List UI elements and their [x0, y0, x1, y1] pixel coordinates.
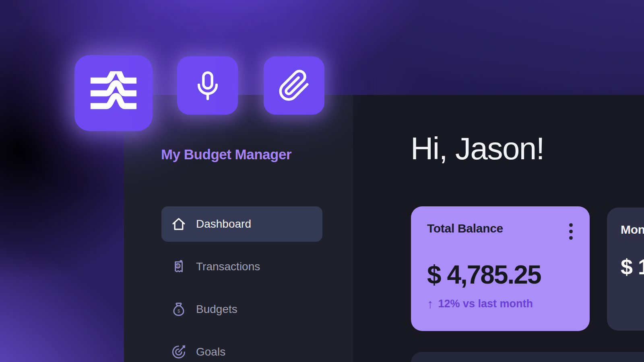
- sidebar-item-transactions[interactable]: $ Transactions: [161, 249, 322, 284]
- sidebar-item-dashboard[interactable]: Dashboard: [161, 206, 322, 242]
- balance-amount: $ 4,785.25: [427, 260, 574, 290]
- sidebar-nav: Dashboard $ Transactions: [161, 206, 322, 362]
- sidebar-item-label: Goals: [196, 346, 225, 358]
- microphone-icon: [192, 70, 224, 102]
- svg-text:$: $: [178, 309, 180, 313]
- home-icon: [171, 216, 186, 232]
- paperclip-icon: [278, 69, 311, 102]
- sidebar-item-label: Transactions: [196, 260, 260, 273]
- monthly-card-truncated[interactable]: Mon $ 1: [607, 208, 644, 331]
- screen: My Budget Manager Dashboard: [0, 0, 644, 362]
- balance-change: ↑ 12% vs last month: [427, 298, 574, 310]
- kebab-menu-icon[interactable]: [568, 222, 574, 241]
- change-text: 12% vs last month: [438, 298, 533, 310]
- sidebar-item-label: Dashboard: [196, 218, 251, 230]
- receipt-icon: $: [171, 259, 186, 274]
- card-title: Total Balance: [427, 222, 503, 235]
- app-title: My Budget Manager: [161, 146, 291, 162]
- sidebar: My Budget Manager Dashboard: [124, 95, 353, 362]
- main-content: Hi, Jason! Total Balance $ 4,785.25 ↑ 12…: [353, 95, 644, 362]
- waves-logo-icon: [88, 71, 139, 115]
- target-icon: [171, 344, 186, 360]
- card-header: Total Balance: [427, 222, 574, 241]
- card-title: Mon: [621, 223, 644, 237]
- sidebar-item-goals[interactable]: Goals: [161, 334, 322, 362]
- total-balance-card[interactable]: Total Balance $ 4,785.25 ↑ 12% vs last m…: [411, 206, 590, 331]
- sidebar-item-budgets[interactable]: $ Budgets: [161, 292, 322, 327]
- app-logo-button[interactable]: [74, 55, 153, 131]
- up-arrow-icon: ↑: [427, 298, 433, 310]
- lower-card-truncated[interactable]: [411, 352, 644, 362]
- app-window: My Budget Manager Dashboard: [124, 95, 644, 362]
- voice-input-button[interactable]: [177, 56, 238, 115]
- svg-text:$: $: [177, 264, 179, 268]
- money-bag-icon: $: [171, 302, 186, 317]
- attachment-button[interactable]: [264, 56, 324, 115]
- monthly-amount: $ 1: [621, 254, 644, 279]
- sidebar-item-label: Budgets: [196, 303, 237, 316]
- greeting-heading: Hi, Jason!: [411, 130, 544, 167]
